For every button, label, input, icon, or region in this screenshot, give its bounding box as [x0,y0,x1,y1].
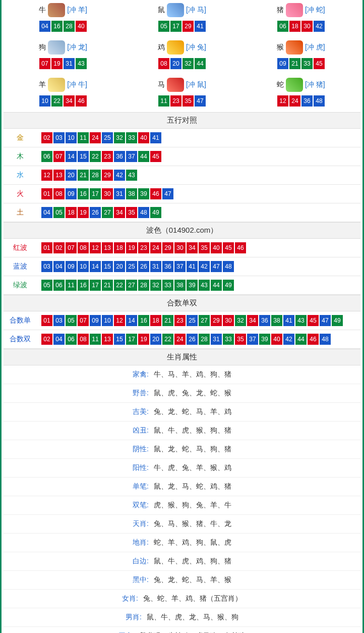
number-ball: 34 [247,315,258,326]
bose-table: 红波 0102070812131819232429303435404546 蓝波… [4,239,360,295]
attr-label: 家禽: [133,370,149,378]
number-ball: 04 [41,207,52,218]
attr-value: 鼠、牛、虎、鸡、狗、猪 [154,557,231,565]
number-ball: 49 [150,207,161,218]
attr-label: 阴性: [133,445,149,453]
number-ball: 28 [90,170,101,181]
number-ball: 07 [66,242,77,253]
number-ball: 11 [66,280,77,291]
number-ball: 16 [78,188,89,199]
number-ball: 32 [150,280,161,291]
attr-label: 天肖: [133,519,149,528]
number-ball: 32 [235,315,246,326]
number-ball: 40 [211,242,222,253]
number-ball: 28 [138,280,149,291]
number-ball: 27 [199,315,210,326]
number-ball: 34 [187,242,198,253]
shuxing-list: 家禽: 牛、马、羊、鸡、狗、猪 野兽: 鼠、虎、兔、龙、蛇、猴 吉美: 兔、龙、… [4,365,360,633]
number-ball: 14 [126,315,137,326]
attr-row: 阳性: 牛、虎、兔、羊、猴、鸡 [4,459,360,478]
number-ball: 31 [211,334,222,345]
attr-value: 兔、龙、蛇、马、羊、鸡 [154,407,231,415]
zodiac-name: 马 [158,80,165,89]
row-label: 火 [4,185,37,203]
number-ball: 16 [78,280,89,291]
number-ball: 12 [114,315,125,326]
number-ball: 25 [187,315,198,326]
number-ball: 13 [102,334,113,345]
number-ball: 24 [90,132,101,143]
number-ball: 17 [90,280,101,291]
row-label: 土 [4,203,37,222]
wuxing-table: 金 02031011242532334041 木 060714152223363… [4,129,360,222]
row-label: 水 [4,166,37,185]
number-ball: 43 [199,280,210,291]
zodiac-clash: [冲 马] [186,6,206,15]
number-ball: 44 [138,151,149,162]
number-ball: 08 [78,242,89,253]
number-ball: 19 [138,334,149,345]
number-ball: 16 [138,315,149,326]
number-ball: 29 [183,21,194,32]
number-ball: 47 [320,315,331,326]
row-label: 绿波 [4,276,37,295]
number-ball: 01 [41,188,52,199]
attr-row: 女肖: 兔、蛇、羊、鸡、猪（五宫肖） [4,590,360,608]
number-ball: 23 [102,151,113,162]
number-ball: 19 [78,207,89,218]
number-ball: 49 [223,280,234,291]
number-ball: 03 [41,261,52,272]
number-ball: 09 [66,261,77,272]
number-ball: 07 [39,58,50,69]
number-ball: 42 [283,334,294,345]
number-ball: 10 [66,132,77,143]
attr-label: 地肖: [133,538,149,546]
number-ball: 24 [289,95,300,107]
number-ball: 09 [90,315,101,326]
number-ball: 43 [76,58,87,69]
number-ball: 35 [199,242,210,253]
row-numbers: 04051819262734354849 [37,203,360,222]
number-ball: 16 [51,21,63,32]
zodiac-cell: 鼠 [冲 马] 05172941 [123,0,241,37]
number-ball: 43 [126,170,137,181]
number-ball: 40 [76,21,87,32]
row-label: 合数双 [4,330,37,349]
attr-row: 白边: 鼠、牛、虎、鸡、狗、猪 [4,552,360,571]
attr-label: 女肖: [122,594,138,602]
number-ball: 41 [187,261,198,272]
number-ball: 08 [158,58,169,69]
number-ball: 46 [308,334,319,345]
number-ball: 44 [195,58,206,69]
number-ball: 31 [150,261,161,272]
row-label: 金 [4,129,37,147]
zodiac-numbers: 08203244 [123,58,241,70]
number-ball: 41 [150,132,161,143]
number-ball: 42 [114,170,125,181]
zodiac-clash: [冲 虎] [305,43,325,52]
number-ball: 32 [114,132,125,143]
number-ball: 18 [66,207,77,218]
number-ball: 31 [64,58,75,69]
number-ball: 45 [314,58,325,69]
table-row: 木 06071415222336374445 [4,147,360,166]
attr-value: 蛇、羊、鸡、狗、鼠、虎 [154,538,231,546]
number-ball: 35 [126,207,137,218]
number-ball: 46 [150,188,161,199]
row-numbers: 0108091617303138394647 [37,185,360,203]
heshu-table: 合数单 010305070910121416182123252729303234… [4,311,360,349]
number-ball: 24 [150,242,161,253]
number-ball: 46 [235,242,246,253]
number-ball: 45 [150,151,161,162]
number-ball: 26 [90,207,101,218]
number-ball: 30 [102,188,113,199]
attr-value: 鼠、牛、虎、龙、马、猴、狗 [147,613,238,621]
number-ball: 10 [78,261,89,272]
zodiac-icon [48,3,65,17]
attr-label: 阳性: [133,463,149,471]
attr-value: 牛、虎、兔、羊、猴、鸡 [154,463,231,471]
number-ball: 06 [66,334,77,345]
attr-row: 男肖: 鼠、牛、虎、龙、马、猴、狗 [4,608,360,627]
table-row: 红波 0102070812131819232429303435404546 [4,239,360,257]
attr-row: 吉美: 兔、龙、蛇、马、羊、鸡 [4,403,360,421]
